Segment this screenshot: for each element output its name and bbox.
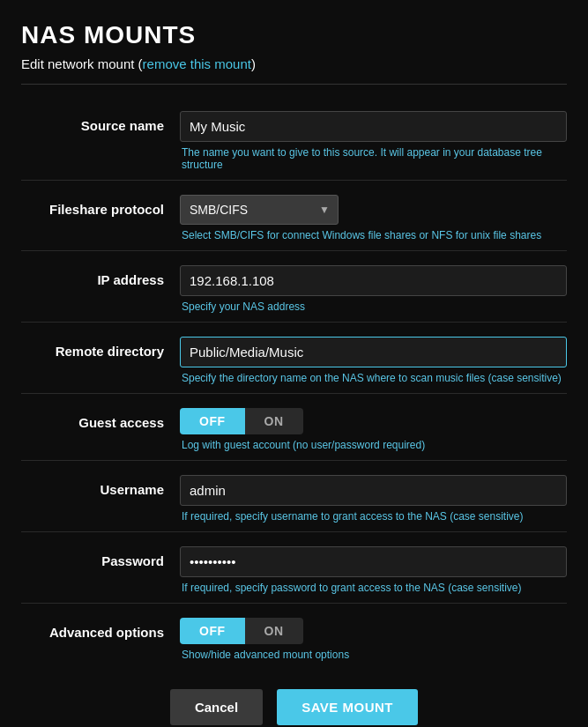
divider-4 [21, 393, 567, 394]
page-title: NAS MOUNTS [21, 21, 567, 49]
advanced-options-field-wrap: OFF ON Show/hide advanced mount options [180, 618, 567, 661]
subtitle-text: Edit network mount ( [21, 56, 143, 71]
advanced-options-label: Advanced options [21, 618, 180, 640]
password-row: Password If required, specify password t… [21, 538, 567, 597]
advanced-options-toggle: OFF ON [180, 618, 303, 644]
ip-address-input[interactable] [180, 265, 567, 296]
password-hint: If required, specify password to grant a… [182, 582, 567, 594]
fileshare-protocol-select[interactable]: SMB/CIFS NFS [180, 195, 339, 225]
remote-directory-field-wrap: Specify the directory name on the NAS wh… [180, 337, 567, 384]
guest-access-toggle: OFF ON [180, 408, 303, 434]
guest-access-off-button[interactable]: OFF [180, 408, 245, 434]
form-section: Source name The name you want to give to… [21, 102, 567, 664]
guest-access-row: Guest access OFF ON Log with guest accou… [21, 399, 567, 455]
remote-directory-hint: Specify the directory name on the NAS wh… [182, 372, 567, 384]
fileshare-protocol-label: Fileshare protocol [21, 195, 180, 217]
ip-address-hint: Specify your NAS address [182, 300, 567, 313]
fileshare-protocol-hint: Select SMB/CIFS for connect Windows file… [182, 229, 567, 241]
guest-access-field-wrap: OFF ON Log with guest account (no user/p… [180, 408, 567, 451]
actions-row: Cancel SAVE MOUNT [21, 689, 567, 725]
cancel-button[interactable]: Cancel [170, 689, 263, 725]
ip-address-row: IP address Specify your NAS address [21, 256, 567, 316]
username-hint: If required, specify username to grant a… [182, 510, 567, 523]
subtitle-close: ) [251, 56, 256, 71]
advanced-options-row: Advanced options OFF ON Show/hide advanc… [21, 609, 567, 664]
username-field-wrap: If required, specify username to grant a… [180, 475, 567, 523]
save-mount-button[interactable]: SAVE MOUNT [277, 689, 418, 725]
page-container: NAS MOUNTS Edit network mount (remove th… [0, 0, 588, 727]
divider-5 [21, 460, 567, 461]
remote-directory-label: Remote directory [21, 337, 180, 359]
password-input[interactable] [180, 546, 567, 577]
ip-address-label: IP address [21, 265, 180, 287]
fileshare-protocol-row: Fileshare protocol SMB/CIFS NFS ▼ Select… [21, 186, 567, 245]
username-row: Username If required, specify username t… [21, 466, 567, 526]
source-name-label: Source name [21, 111, 180, 133]
divider-1 [21, 180, 567, 181]
ip-address-field-wrap: Specify your NAS address [180, 265, 567, 313]
password-field-wrap: If required, specify password to grant a… [180, 546, 567, 594]
remove-mount-link[interactable]: remove this mount [143, 56, 251, 71]
divider-2 [21, 250, 567, 251]
advanced-options-off-button[interactable]: OFF [180, 618, 245, 644]
source-name-input[interactable] [180, 111, 567, 142]
advanced-options-hint: Show/hide advanced mount options [182, 649, 567, 661]
remote-directory-row: Remote directory Specify the directory n… [21, 328, 567, 388]
source-name-hint: The name you want to give to this source… [182, 146, 567, 171]
remote-directory-input[interactable] [180, 337, 567, 367]
username-input[interactable] [180, 475, 567, 506]
source-name-field-wrap: The name you want to give to this source… [180, 111, 567, 171]
fileshare-protocol-field-wrap: SMB/CIFS NFS ▼ Select SMB/CIFS for conne… [180, 195, 567, 241]
divider-7 [21, 603, 567, 604]
password-label: Password [21, 546, 180, 568]
guest-access-label: Guest access [21, 408, 180, 430]
advanced-options-on-button[interactable]: ON [245, 618, 303, 644]
fileshare-protocol-select-wrap: SMB/CIFS NFS ▼ [180, 195, 339, 225]
divider-3 [21, 322, 567, 323]
guest-access-hint: Log with guest account (no user/password… [182, 439, 567, 451]
divider-6 [21, 531, 567, 532]
source-name-row: Source name The name you want to give to… [21, 102, 567, 174]
subtitle: Edit network mount (remove this mount) [21, 56, 567, 85]
username-label: Username [21, 475, 180, 497]
guest-access-on-button[interactable]: ON [245, 408, 303, 434]
